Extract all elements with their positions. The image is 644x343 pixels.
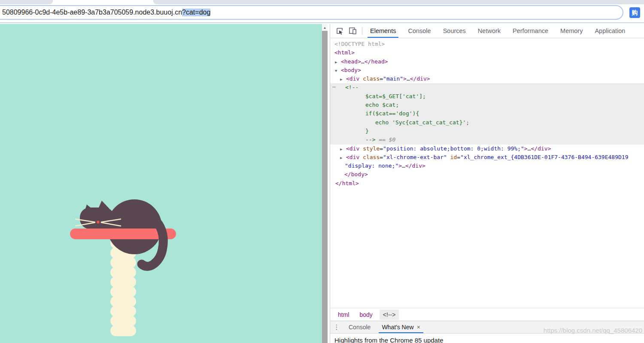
dom-tree-row[interactable]: echo 'Syc{cat_cat_cat_cat}'; <box>330 118 644 127</box>
drawer-menu-icon[interactable]: ⋮ <box>330 321 343 333</box>
extension-badge-glyph: 购 <box>632 9 638 17</box>
scrollbar-thumb[interactable] <box>322 31 328 343</box>
dom-tree-row[interactable]: ▶<div class="xl-chrome-ext-bar" id="xl_c… <box>330 153 644 162</box>
tabstrip-background-left[interactable] <box>0 0 53 4</box>
dom-tree-row[interactable]: ▶<div style="position: absolute;bottom: … <box>330 144 644 153</box>
breadcrumb: htmlbody<!--> <box>330 308 644 321</box>
toolbar-divider <box>362 27 362 35</box>
dom-tree-row[interactable]: echo $cat; <box>330 101 644 109</box>
devtools-panel: ElementsConsoleSourcesNetworkPerformance… <box>330 24 644 343</box>
drawer-tab-console[interactable]: Console <box>343 321 376 333</box>
dom-tree-row[interactable]: ▶<div class="main">…</div> <box>330 75 644 83</box>
devtools-tabbar: ElementsConsoleSourcesNetworkPerformance… <box>364 24 631 38</box>
devtools-tab-sources[interactable]: Sources <box>437 24 472 38</box>
dom-tree-row[interactable]: <!DOCTYPE html> <box>330 40 644 48</box>
dom-tree-row[interactable]: --> == $0 <box>330 135 644 144</box>
tabstrip-background-right[interactable] <box>153 0 644 4</box>
dom-tree-row[interactable]: </body> <box>330 170 644 179</box>
cat-nose <box>97 221 99 223</box>
cat-illustration <box>0 24 322 343</box>
drawer-tabbar: ⋮ ConsoleWhat's New× <box>330 321 644 334</box>
browser-window: 50809966-0c9d-4e5b-ae89-3a7b3a705059.nod… <box>0 0 644 343</box>
dom-tree-row[interactable]: } <box>330 127 644 135</box>
dom-tree: <!DOCTYPE html><html>▶<head>…</head>▼<bo… <box>330 38 644 308</box>
scroll-up-arrow-icon[interactable]: ▲ <box>322 24 328 31</box>
breadcrumb-item[interactable]: <!--> <box>380 310 399 320</box>
devtools-toolbar: ElementsConsoleSourcesNetworkPerformance… <box>330 24 644 38</box>
devtools-tab-elements[interactable]: Elements <box>364 24 402 38</box>
devtools-tab-network[interactable]: Network <box>472 24 507 38</box>
dom-tree-row[interactable]: </html> <box>330 179 644 188</box>
expand-right-icon[interactable]: ▶ <box>335 58 341 66</box>
dom-tree-row[interactable]: if($cat=='dog'){ <box>330 109 644 118</box>
devtools-tab-console[interactable]: Console <box>402 24 437 38</box>
expand-down-icon[interactable]: ▼ <box>335 66 341 75</box>
url-input[interactable]: 50809966-0c9d-4e5b-ae89-3a7b3a705059.nod… <box>0 5 623 20</box>
breadcrumb-item[interactable]: body <box>356 310 376 320</box>
browser-toolbar: 50809966-0c9d-4e5b-ae89-3a7b3a705059.nod… <box>0 4 644 23</box>
close-icon[interactable]: × <box>417 324 420 331</box>
inspect-element-icon[interactable] <box>335 27 344 35</box>
extension-icon[interactable]: 购 <box>629 7 640 18</box>
selected-node-gutter-dots-icon[interactable]: … <box>332 81 336 90</box>
expand-right-icon[interactable]: ▶ <box>340 75 346 84</box>
devtools-tab-performance[interactable]: Performance <box>507 24 554 38</box>
dom-tree-row[interactable]: $cat=$_GET['cat']; <box>330 92 644 101</box>
browser-tabstrip[interactable] <box>0 0 644 4</box>
expand-right-icon[interactable]: ▶ <box>340 153 346 162</box>
dom-tree-row[interactable]: ▼<body> <box>330 66 644 75</box>
whats-new-headline: Highlights from the Chrome 85 update <box>334 337 443 343</box>
page-viewport <box>0 24 322 343</box>
dom-tree-row[interactable]: …<!-- <box>330 83 644 92</box>
expand-right-icon[interactable]: ▶ <box>340 145 346 153</box>
page-scrollbar[interactable]: ▲ <box>322 24 328 343</box>
devtools-tab-application[interactable]: Application <box>589 24 631 38</box>
dom-tree-row[interactable]: "display: none;">…</div> <box>330 162 644 170</box>
dom-tree-row[interactable]: <html> <box>330 48 644 57</box>
devtools-tab-memory[interactable]: Memory <box>554 24 589 38</box>
dom-tree-row[interactable]: ▶<head>…</head> <box>330 57 644 66</box>
cat-ear-right <box>97 201 109 211</box>
url-host-text: 50809966-0c9d-4e5b-ae89-3a7b3a705059.nod… <box>2 9 182 16</box>
url-selected-query: ?cat=dog <box>182 9 210 16</box>
drawer-tab-what-s-new[interactable]: What's New× <box>376 321 425 333</box>
cat-body <box>80 199 162 254</box>
breadcrumb-item[interactable]: html <box>334 310 352 320</box>
device-toolbar-icon[interactable] <box>348 27 358 35</box>
drawer-content: Highlights from the Chrome 85 update <box>330 334 644 343</box>
